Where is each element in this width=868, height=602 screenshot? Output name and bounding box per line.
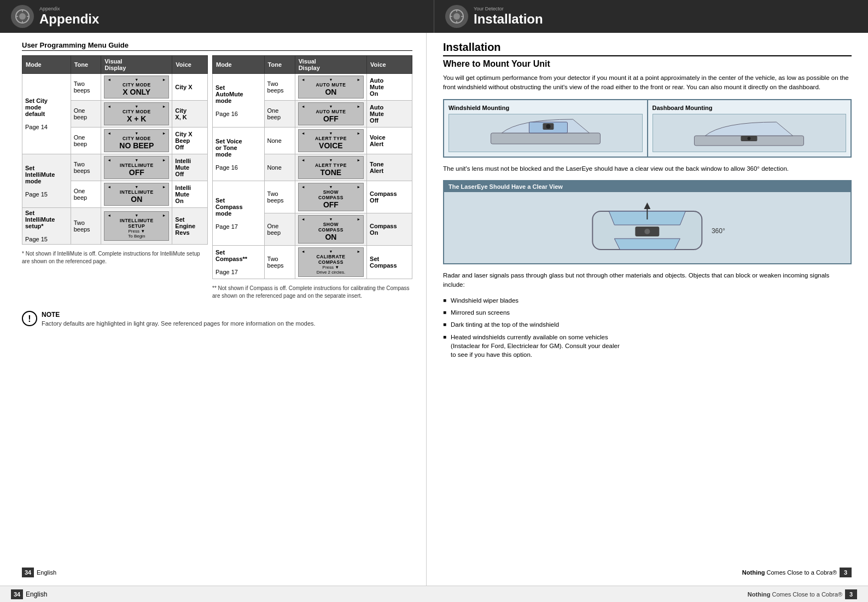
note-title: NOTE	[42, 311, 316, 319]
voice-cell: CityX, K	[172, 101, 208, 128]
bullet-item-1: Windshield wiper blades	[443, 296, 852, 305]
table-row: SetIntelliMutemodePage 15 Twobeeps ◄▼► I…	[22, 154, 208, 181]
laser-diagram-svg: 360°	[464, 195, 830, 261]
main-content: User Programming Menu Guide Mode Tone Vi…	[0, 33, 868, 586]
appendix-section-label: Appendix	[39, 6, 99, 11]
col-mode-2: Mode	[213, 56, 265, 74]
voice-cell: City X	[172, 74, 208, 101]
appendix-header-text: Appendix Appendix	[39, 6, 99, 27]
windshield-svg	[454, 117, 637, 149]
mode-intellimute-setup: SetIntelliMutesetup*Page 15	[22, 208, 71, 245]
bullet-text-2: Mirrored sun screens	[451, 308, 510, 317]
detector-section-label: Your Detector	[474, 6, 543, 11]
visual-cell: ◄▼► AUTO MUTE OFF	[295, 101, 366, 128]
where-to-mount-title: Where to Mount Your Unit	[443, 59, 852, 69]
mode-automute: SetAutoMutemodePage 16	[213, 74, 265, 128]
left-header: Appendix Appendix	[0, 0, 434, 33]
dashboard-half: Dashboard Mounting	[648, 100, 851, 157]
bottom-left: 34 English	[11, 589, 47, 599]
laser-diagram-header: The LaserEye Should Have a Clear View	[444, 181, 850, 192]
footnote-text-2: Not shown if Compass is off. Complete in…	[212, 285, 410, 299]
visual-cell: ◄▼► INTELLIMUTE ON	[101, 181, 172, 208]
tone-cell: Twobeeps	[71, 154, 101, 181]
svg-point-1	[19, 13, 26, 20]
tone-cell: None	[264, 154, 295, 181]
programming-guide-title: User Programming Menu Guide	[22, 41, 412, 51]
installation-header-text: Your Detector Installation	[474, 6, 543, 27]
note-svg: !	[22, 311, 37, 326]
col-visual-2: VisualDisplay	[295, 56, 366, 74]
nothing-label: Nothing Comes Close to a Cobra®	[742, 569, 837, 576]
mode-compass: SetCompassmodePage 17	[213, 181, 265, 246]
tone-cell: Onebeep	[264, 213, 295, 246]
bottom-page-num-right: 3	[845, 589, 857, 599]
tone-cell: Onebeep	[71, 101, 101, 128]
voice-cell: AutoMuteOff	[367, 101, 412, 128]
bottom-nothing-text: Nothing Comes Close to a Cobra®	[748, 591, 842, 598]
bullet-text-1: Windshield wiper blades	[451, 296, 519, 305]
table-left: Mode Tone VisualDisplay Voice Set Citymo…	[22, 55, 208, 300]
voice-cell: IntelliMuteOff	[172, 154, 208, 181]
svg-text:360°: 360°	[712, 227, 725, 235]
visual-cell: ◄▼► CITY MODE NO BEEP	[101, 128, 172, 154]
header-strip: Appendix Appendix Your Detector Installa…	[0, 0, 868, 33]
radar-body-text: Radar and laser signals pass through gla…	[443, 271, 852, 290]
tables-container: Mode Tone VisualDisplay Voice Set Citymo…	[22, 55, 412, 300]
laser-diagram: The LaserEye Should Have a Clear View	[443, 180, 852, 264]
table-row: Set CitymodedefaultPage 14 Twobeeps ◄▼► …	[22, 74, 208, 101]
tone-cell: Twobeeps	[71, 74, 101, 101]
voice-cell: CompassOn	[367, 213, 412, 246]
note-box: ! NOTE Factory defaults are highlighted …	[22, 311, 412, 328]
col-visual-1: VisualDisplay	[101, 56, 172, 74]
voice-cell: SetEngineRevs	[172, 208, 208, 245]
note-text: Factory defaults are highlighted in ligh…	[42, 320, 316, 328]
col-mode-1: Mode	[22, 56, 71, 74]
footnote-star-1: *	[22, 251, 24, 257]
appendix-icon	[15, 9, 30, 24]
bottom-right: Nothing Comes Close to a Cobra® 3	[748, 589, 857, 599]
footnote-star-2: **	[212, 285, 218, 291]
bottom-bar: 34 English Nothing Comes Close to a Cobr…	[0, 586, 868, 602]
installation-section-title: Installation	[443, 41, 852, 56]
note-icon: !	[22, 311, 37, 326]
installation-title: Installation	[474, 11, 543, 26]
bullet-list: Windshield wiper blades Mirrored sun scr…	[443, 296, 852, 359]
tone-cell: None	[264, 128, 295, 154]
voice-cell: VoiceAlert	[367, 128, 412, 154]
visual-cell: ◄▼► AUTO MUTE ON	[295, 74, 366, 101]
visual-cell: ◄▼► SHOWCOMPASS ON	[295, 213, 366, 246]
svg-text:!: !	[28, 314, 31, 323]
col-voice-1: Voice	[172, 56, 208, 74]
bullet-item-2: Mirrored sun screens	[443, 308, 852, 317]
svg-point-9	[546, 124, 550, 129]
prog-table-right: Mode Tone VisualDisplay Voice SetAutoMut…	[212, 55, 412, 279]
bottom-page-num: 34	[11, 589, 23, 599]
voice-cell: SetCompass	[367, 246, 412, 279]
visual-cell: ◄▼► CITY MODE X + K	[101, 101, 172, 128]
bullet-text-4: Heated windshields currently available o…	[451, 333, 620, 359]
visual-cell: ◄▼► CITY MODE X ONLY	[101, 74, 172, 101]
svg-point-15	[645, 229, 650, 234]
dashboard-image	[653, 114, 847, 152]
left-page: User Programming Menu Guide Mode Tone Vi…	[0, 33, 427, 586]
tone-cell: Onebeep	[71, 128, 101, 154]
footnote-1: * Not shown if IntelliMute is off. Compl…	[22, 250, 208, 265]
footnote-text-1: Not shown if IntelliMute is off. Complet…	[22, 251, 200, 264]
tone-cell: Twobeeps	[264, 181, 295, 213]
bullet-item-4: Heated windshields currently available o…	[443, 333, 852, 359]
appendix-icon-bg	[11, 5, 34, 28]
svg-rect-6	[491, 133, 600, 144]
table-row: Set Voiceor TonemodePage 16 None ◄▼► ALE…	[213, 128, 412, 154]
table-row: SetCompass**Page 17 Twobeeps ◄▼► CALIBRA…	[213, 246, 412, 279]
windshield-label: Windshield Mounting	[448, 105, 643, 111]
detector-icon-bg	[445, 5, 468, 28]
windshield-image	[448, 114, 643, 152]
voice-cell: City XBeepOff	[172, 128, 208, 154]
voice-cell: AutoMuteOn	[367, 74, 412, 101]
voice-cell: CompassOff	[367, 181, 412, 213]
mode-set-compass: SetCompass**Page 17	[213, 246, 265, 279]
dashboard-svg	[657, 117, 841, 149]
visual-cell: ◄▼► ALERT TYPE TONE	[295, 154, 366, 181]
bullet-item-3: Dark tinting at the top of the windshiel…	[443, 320, 852, 329]
bottom-english-label: English	[26, 591, 47, 598]
